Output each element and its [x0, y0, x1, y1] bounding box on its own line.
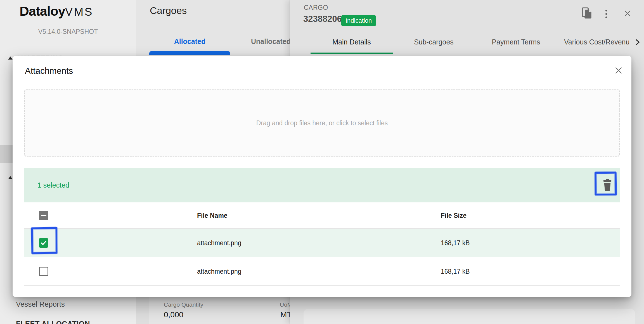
- tab-allocated[interactable]: Allocated: [149, 37, 230, 46]
- attachments-modal: Attachments Drag and drop files here, or…: [13, 56, 631, 297]
- trash-icon[interactable]: [598, 176, 616, 194]
- active-tab-indicator: [311, 53, 393, 54]
- file-size-cell: 168,17 kB: [441, 268, 470, 275]
- copy-icon[interactable]: [581, 7, 593, 21]
- table-header-row: File Name File Size: [24, 202, 620, 229]
- file-name-cell: attachment.png: [197, 268, 242, 275]
- column-header-file-size: File Size: [441, 212, 467, 219]
- tab-sub-cargoes[interactable]: Sub-cargoes: [393, 38, 475, 46]
- kebab-menu-icon[interactable]: [603, 8, 609, 20]
- select-all-checkbox[interactable]: [39, 211, 48, 220]
- tab-unallocated[interactable]: Unallocated: [251, 37, 291, 46]
- tab-main-details[interactable]: Main Details: [311, 38, 393, 46]
- chevron-right-icon[interactable]: [633, 38, 641, 48]
- indeterminate-checkbox-icon[interactable]: [39, 211, 48, 220]
- status-badge: Indication: [341, 15, 376, 26]
- close-icon[interactable]: [612, 64, 625, 77]
- file-name-cell: attachment.png: [197, 239, 242, 247]
- cargo-id: 32388206: [303, 14, 342, 24]
- dataloy-logo: DataloyVMS: [20, 3, 93, 19]
- file-dropzone[interactable]: Drag and drop files here, or click to se…: [24, 89, 620, 157]
- unchecked-checkbox-icon[interactable]: [39, 267, 48, 276]
- table-row[interactable]: attachment.png 168,17 kB: [24, 229, 620, 257]
- sidebar-section-fleet-allocation[interactable]: FLEET ALLOCATION: [16, 320, 90, 324]
- modal-title: Attachments: [25, 66, 73, 76]
- detail-section-card: [304, 309, 635, 324]
- file-size-cell: 168,17 kB: [441, 239, 470, 247]
- version-label: V5.14.0-SNAPSHOT: [0, 28, 136, 36]
- cargo-quantity-label: Cargo Quantity: [164, 301, 203, 308]
- selection-count: 1 selected: [37, 181, 69, 189]
- selection-toolbar: 1 selected: [24, 168, 620, 202]
- active-tab-indicator: [149, 51, 230, 55]
- table-row[interactable]: attachment.png 168,17 kB: [24, 257, 620, 286]
- tab-various-cost-revenue[interactable]: Various Cost/Revenue: [564, 38, 629, 46]
- close-icon[interactable]: [623, 9, 632, 19]
- collapse-arrow-icon[interactable]: [8, 56, 13, 60]
- logo-suffix: VMS: [65, 5, 93, 18]
- app-window: DataloyVMS V5.14.0-SNAPSHOT CHARTERING V…: [0, 0, 644, 324]
- checked-checkbox-icon[interactable]: [39, 238, 48, 248]
- cargo-quantity-value[interactable]: 0,000: [164, 310, 183, 319]
- dropzone-hint: Drag and drop files here, or click to se…: [256, 119, 388, 127]
- cargo-type-label: CARGO: [304, 4, 328, 11]
- collapse-arrow-icon[interactable]: [8, 176, 13, 179]
- tab-payment-terms[interactable]: Payment Terms: [475, 38, 557, 46]
- list-gutter: [136, 297, 149, 324]
- logo-brand: Dataloy: [20, 4, 65, 18]
- sidebar-divider: [0, 44, 136, 44]
- sidebar-item-vessel-reports[interactable]: Vessel Reports: [16, 300, 65, 309]
- row-checkbox[interactable]: [39, 238, 48, 248]
- column-header-file-name: File Name: [197, 212, 228, 219]
- page-title: Cargoes: [150, 5, 187, 16]
- row-checkbox[interactable]: [39, 267, 48, 276]
